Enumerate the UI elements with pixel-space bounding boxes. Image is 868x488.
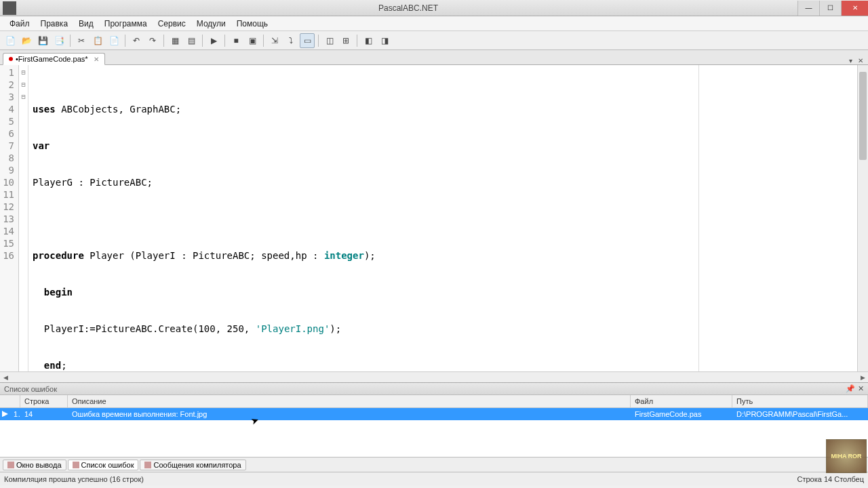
tool-icon-1[interactable]: ▦ <box>167 33 182 48</box>
tab-dropdown-icon[interactable]: ▾ <box>847 57 854 64</box>
save-icon[interactable]: 💾 <box>35 33 50 48</box>
error-icon: ⯈ <box>0 408 9 420</box>
horizontal-scrollbar[interactable]: ◀▶ <box>0 371 868 382</box>
tab-bar: •FirstGameCode.pas* ✕ ▾ ✕ <box>0 50 868 65</box>
close-button[interactable]: ✕ <box>841 1 868 16</box>
menu-bar: Файл Правка Вид Программа Сервис Модули … <box>0 16 868 31</box>
tab-close-icon[interactable]: ✕ <box>94 56 99 63</box>
window-title: PascalABC.NET <box>19 3 797 13</box>
error-columns-header: Строка Описание Файл Путь <box>0 395 868 408</box>
error-row[interactable]: ⯈ 1 14 Ошибка времени выполнения: Font.j… <box>0 408 868 420</box>
panel-pin-icon[interactable]: 📌 <box>846 384 855 393</box>
toolbar: 📄 📂 💾 📑 ✂ 📋 📄 ↶ ↷ ▦ ▤ ▶ ■ ▣ ⇲ ⤵ ▭ ◫ ⊞ ◧ … <box>0 31 868 50</box>
tool-icon-5[interactable]: ⊞ <box>338 33 353 48</box>
code-area[interactable]: uses ABCobjects, GraphABC; var PlayerG :… <box>28 65 857 371</box>
paste-icon[interactable]: 📄 <box>106 33 121 48</box>
save-all-icon[interactable]: 📑 <box>52 33 66 48</box>
app-icon <box>3 1 16 15</box>
cut-icon[interactable]: ✂ <box>74 33 89 48</box>
step-into-icon[interactable]: ⇲ <box>267 33 282 48</box>
panel-close-icon[interactable]: ✕ <box>858 384 864 393</box>
tool-icon-4[interactable]: ◫ <box>322 33 337 48</box>
menu-view[interactable]: Вид <box>73 18 99 30</box>
tool-icon-active[interactable]: ▭ <box>300 33 315 48</box>
menu-service[interactable]: Сервис <box>153 18 191 30</box>
open-file-icon[interactable]: 📂 <box>19 33 34 48</box>
new-file-icon[interactable]: 📄 <box>3 33 18 48</box>
menu-edit[interactable]: Правка <box>35 18 74 30</box>
title-bar: PascalABC.NET — ☐ ✕ <box>0 0 868 16</box>
error-list-panel: Список ошибок 📌 ✕ Строка Описание Файл П… <box>0 382 868 457</box>
status-text: Компиляция прошла успешно (16 строк) <box>4 475 144 483</box>
tab-error-list[interactable]: Список ошибок <box>68 460 139 470</box>
editor: 1234 5678 9101112 13141516 ⊟ ⊟ ⊟ uses AB… <box>0 65 868 382</box>
line-number-gutter: 1234 5678 9101112 13141516 <box>0 65 19 371</box>
error-panel-title: Список ошибок <box>4 385 57 393</box>
watermark: MIHA ROR <box>826 439 867 473</box>
menu-help[interactable]: Помощь <box>231 18 273 30</box>
tool-icon-3[interactable]: ▣ <box>245 33 260 48</box>
tab-output-window[interactable]: Окно вывода <box>3 460 66 470</box>
cursor-position: Строка 14 Столбец <box>797 475 864 483</box>
step-over-icon[interactable]: ⤵ <box>283 33 298 48</box>
run-icon[interactable]: ▶ <box>206 33 221 48</box>
file-tab[interactable]: •FirstGameCode.pas* ✕ <box>3 53 105 65</box>
fold-gutter[interactable]: ⊟ ⊟ ⊟ <box>19 65 28 371</box>
tab-compiler-messages[interactable]: Сообщения компилятора <box>140 460 245 470</box>
maximize-button[interactable]: ☐ <box>819 1 841 16</box>
copy-icon[interactable]: 📋 <box>90 33 105 48</box>
vertical-scrollbar[interactable] <box>857 65 868 371</box>
tool-icon-7[interactable]: ◨ <box>377 33 392 48</box>
tool-icon-2[interactable]: ▤ <box>184 33 199 48</box>
right-margin-line <box>698 65 699 371</box>
stop-icon[interactable]: ■ <box>229 33 243 48</box>
minimize-button[interactable]: — <box>797 1 819 16</box>
tool-icon-6[interactable]: ◧ <box>361 33 376 48</box>
tab-close-all-icon[interactable]: ✕ <box>856 57 865 64</box>
menu-file[interactable]: Файл <box>4 18 35 30</box>
modified-indicator-icon <box>9 57 13 61</box>
bottom-tab-bar: Окно вывода Список ошибок Сообщения комп… <box>0 457 868 472</box>
redo-icon[interactable]: ↷ <box>145 33 160 48</box>
status-bar: Компиляция прошла успешно (16 строк) Стр… <box>0 472 868 485</box>
undo-icon[interactable]: ↶ <box>129 33 144 48</box>
menu-modules[interactable]: Модули <box>191 18 231 30</box>
tab-label: •FirstGameCode.pas* <box>16 55 88 63</box>
menu-program[interactable]: Программа <box>99 18 153 30</box>
